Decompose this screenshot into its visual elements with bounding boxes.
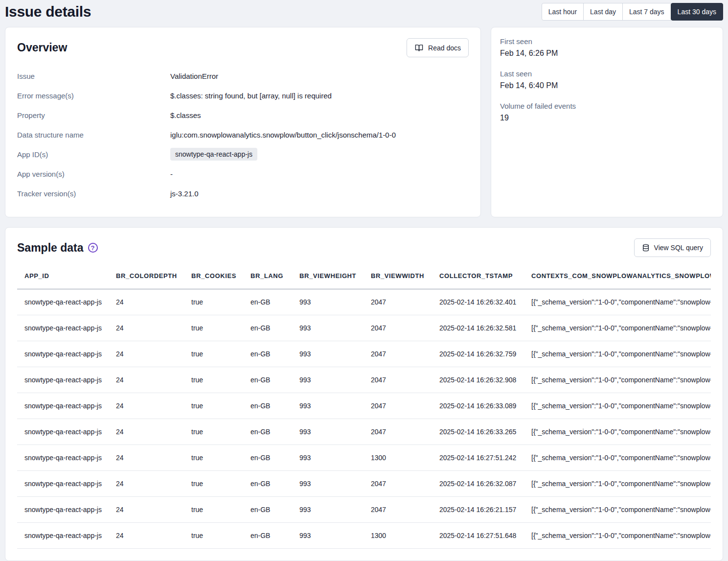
table-cell: true bbox=[184, 315, 243, 341]
page-title: Issue details bbox=[5, 3, 91, 20]
column-header: BR_VIEWWIDTH bbox=[364, 263, 432, 289]
sample-data-table-wrap: APP_IDBR_COLORDEPTHBR_COOKIESBR_LANGBR_V… bbox=[17, 263, 711, 549]
table-cell: snowtype-qa-react-app-js bbox=[17, 289, 109, 315]
table-cell: [{"_schema_version":"1-0-0","componentNa… bbox=[524, 522, 711, 548]
table-cell: snowtype-qa-react-app-js bbox=[17, 367, 109, 393]
table-cell: 2047 bbox=[364, 419, 432, 444]
table-cell: 24 bbox=[109, 496, 184, 522]
overview-field-row: Error message(s)$.classes: string found,… bbox=[17, 86, 469, 105]
table-cell: 24 bbox=[109, 419, 184, 444]
time-range-group: Last hourLast dayLast 7 daysLast 30 days bbox=[542, 3, 723, 21]
sample-data-table: APP_IDBR_COLORDEPTHBR_COOKIESBR_LANGBR_V… bbox=[17, 263, 711, 549]
table-cell: snowtype-qa-react-app-js bbox=[17, 341, 109, 367]
table-cell: snowtype-qa-react-app-js bbox=[17, 522, 109, 548]
top-row: Overview Read docs IssueValidationErrorE… bbox=[5, 27, 723, 217]
overview-field-row: App ID(s)snowtype-qa-react-app-js bbox=[17, 144, 469, 164]
table-cell: 2047 bbox=[364, 367, 432, 393]
read-docs-button[interactable]: Read docs bbox=[407, 38, 469, 57]
table-cell: 2047 bbox=[364, 470, 432, 496]
table-cell: true bbox=[184, 341, 243, 367]
table-cell: true bbox=[184, 470, 243, 496]
field-label: Issue bbox=[17, 72, 170, 80]
table-cell: 24 bbox=[109, 393, 184, 419]
table-cell: 2025-02-14 16:26:33.089 bbox=[432, 393, 524, 419]
table-cell: 993 bbox=[292, 289, 364, 315]
table-row: snowtype-qa-react-app-js24trueen-GB99320… bbox=[17, 496, 711, 522]
view-sql-query-button[interactable]: View SQL query bbox=[634, 238, 711, 257]
sample-data-title-wrap: Sample data ? bbox=[17, 241, 98, 255]
field-value: iglu:com.snowplowanalytics.snowplow/butt… bbox=[170, 131, 396, 139]
table-cell: 2047 bbox=[364, 496, 432, 522]
table-row: snowtype-qa-react-app-js24trueen-GB99313… bbox=[17, 444, 711, 470]
table-row: snowtype-qa-react-app-js24trueen-GB99320… bbox=[17, 393, 711, 419]
table-cell: true bbox=[184, 419, 243, 444]
table-cell: 2047 bbox=[364, 341, 432, 367]
table-cell: 993 bbox=[292, 367, 364, 393]
field-label: Tracker version(s) bbox=[17, 189, 170, 198]
time-range-last-30-days[interactable]: Last 30 days bbox=[671, 3, 723, 21]
overview-field-row: IssueValidationError bbox=[17, 66, 469, 86]
table-cell: 993 bbox=[292, 470, 364, 496]
table-cell: en-GB bbox=[243, 289, 292, 315]
field-value: $.classes: string found, but [array, nul… bbox=[170, 92, 332, 100]
table-cell: 24 bbox=[109, 367, 184, 393]
table-cell: 24 bbox=[109, 444, 184, 470]
overview-field-row: App version(s)- bbox=[17, 164, 469, 184]
table-cell: 993 bbox=[292, 522, 364, 548]
table-cell: 2025-02-14 16:26:32.401 bbox=[432, 289, 524, 315]
field-label: Error message(s) bbox=[17, 92, 170, 100]
table-cell: 1300 bbox=[364, 444, 432, 470]
view-sql-query-label: View SQL query bbox=[654, 244, 703, 252]
last-seen-label: Last seen bbox=[500, 70, 714, 78]
first-seen-label: First seen bbox=[500, 37, 714, 46]
table-cell: 993 bbox=[292, 341, 364, 367]
help-icon[interactable]: ? bbox=[88, 243, 98, 253]
table-cell: 2047 bbox=[364, 393, 432, 419]
table-cell: 993 bbox=[292, 444, 364, 470]
table-cell: 1300 bbox=[364, 522, 432, 548]
column-header: BR_VIEWHEIGHT bbox=[292, 263, 364, 289]
table-cell: snowtype-qa-react-app-js bbox=[17, 419, 109, 444]
table-cell: 24 bbox=[109, 522, 184, 548]
time-range-last-7-days[interactable]: Last 7 days bbox=[622, 3, 671, 21]
table-row: snowtype-qa-react-app-js24trueen-GB99320… bbox=[17, 289, 711, 315]
page-header: Issue details Last hourLast dayLast 7 da… bbox=[5, 0, 723, 27]
table-row: snowtype-qa-react-app-js24trueen-GB99320… bbox=[17, 315, 711, 341]
column-header: CONTEXTS_COM_SNOWPLOWANALYTICS_SNOWPLOW_ bbox=[524, 263, 711, 289]
book-icon bbox=[414, 44, 424, 52]
table-cell: 2047 bbox=[364, 289, 432, 315]
table-cell: 24 bbox=[109, 341, 184, 367]
table-cell: en-GB bbox=[243, 419, 292, 444]
table-cell: 993 bbox=[292, 496, 364, 522]
table-cell: [{"_schema_version":"1-0-0","componentNa… bbox=[524, 289, 711, 315]
table-cell: 993 bbox=[292, 393, 364, 419]
table-cell: snowtype-qa-react-app-js bbox=[17, 315, 109, 341]
overview-card: Overview Read docs IssueValidationErrorE… bbox=[5, 27, 481, 217]
field-value: ValidationError bbox=[170, 72, 218, 80]
table-cell: en-GB bbox=[243, 522, 292, 548]
table-row: snowtype-qa-react-app-js24trueen-GB99320… bbox=[17, 470, 711, 496]
table-cell: [{"_schema_version":"1-0-0","componentNa… bbox=[524, 419, 711, 444]
time-range-last-day[interactable]: Last day bbox=[583, 3, 623, 21]
read-docs-label: Read docs bbox=[428, 44, 461, 52]
table-cell: 993 bbox=[292, 315, 364, 341]
table-cell: 2025-02-14 16:26:33.265 bbox=[432, 419, 524, 444]
column-header: COLLECTOR_TSTAMP bbox=[432, 263, 524, 289]
overview-field-row: Tracker version(s)js-3.21.0 bbox=[17, 184, 469, 203]
table-cell: 24 bbox=[109, 470, 184, 496]
table-cell: 2047 bbox=[364, 315, 432, 341]
page: Issue details Last hourLast dayLast 7 da… bbox=[0, 0, 728, 561]
table-cell: snowtype-qa-react-app-js bbox=[17, 470, 109, 496]
overview-heading: Overview bbox=[17, 41, 67, 54]
table-cell: true bbox=[184, 393, 243, 419]
field-value: js-3.21.0 bbox=[170, 189, 199, 198]
table-row: snowtype-qa-react-app-js24trueen-GB99320… bbox=[17, 367, 711, 393]
table-row: snowtype-qa-react-app-js24trueen-GB99313… bbox=[17, 522, 711, 548]
table-cell: en-GB bbox=[243, 444, 292, 470]
table-cell: en-GB bbox=[243, 367, 292, 393]
table-header-row: APP_IDBR_COLORDEPTHBR_COOKIESBR_LANGBR_V… bbox=[17, 263, 711, 289]
table-cell: [{"_schema_version":"1-0-0","componentNa… bbox=[524, 393, 711, 419]
time-range-last-hour[interactable]: Last hour bbox=[542, 3, 584, 21]
table-cell: true bbox=[184, 367, 243, 393]
first-seen-value: Feb 14, 6:26 PM bbox=[500, 49, 714, 58]
